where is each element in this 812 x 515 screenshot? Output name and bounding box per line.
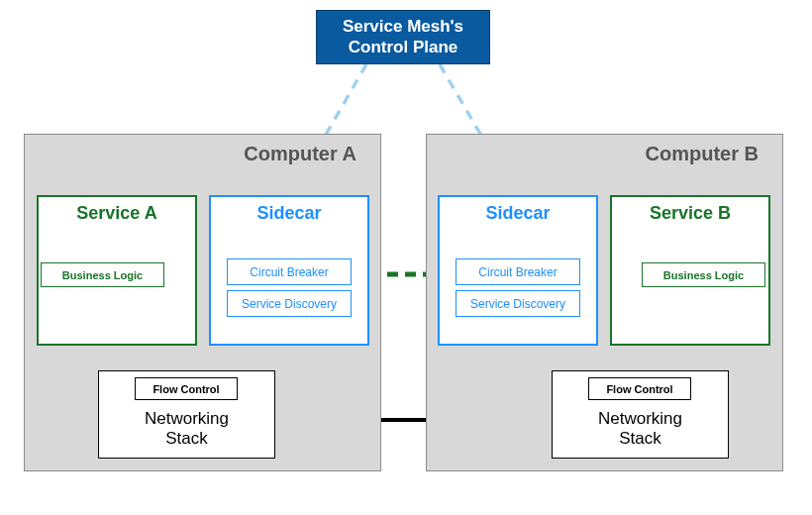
sidecar-b-title: Sidecar: [440, 203, 596, 224]
diagram-canvas: Service Mesh's Control Plane Computer A …: [0, 0, 812, 515]
netstack-b-title: Networking Stack: [553, 409, 728, 448]
service-b-title: Service B: [612, 203, 768, 224]
control-plane-box: Service Mesh's Control Plane: [316, 10, 490, 64]
computer-b-label: Computer B: [646, 143, 759, 165]
sidecar-a-title: Sidecar: [211, 203, 367, 224]
netstack-b-title-l2: Stack: [619, 429, 661, 448]
netstack-a-flow-control: Flow Control: [135, 377, 238, 400]
service-a-business-logic: Business Logic: [41, 262, 164, 287]
netstack-a-title-l2: Stack: [165, 429, 208, 448]
sidecar-b-service-discovery: Service Discovery: [456, 290, 580, 317]
service-a-title: Service A: [39, 203, 195, 224]
netstack-b-title-l1: Networking: [598, 409, 682, 428]
netstack-b-flow-control: Flow Control: [588, 377, 691, 400]
sidecar-a-service-discovery: Service Discovery: [227, 290, 352, 317]
sidecar-b-circuit-breaker: Circuit Breaker: [456, 258, 580, 285]
control-plane-line1: Service Mesh's: [317, 17, 489, 37]
computer-a-label: Computer A: [244, 143, 356, 165]
netstack-a-title: Networking Stack: [99, 409, 274, 448]
sidecar-a-circuit-breaker: Circuit Breaker: [227, 258, 352, 285]
service-b-business-logic: Business Logic: [642, 262, 765, 287]
control-plane-line2: Control Plane: [317, 38, 489, 57]
netstack-a-title-l1: Networking: [145, 409, 229, 428]
